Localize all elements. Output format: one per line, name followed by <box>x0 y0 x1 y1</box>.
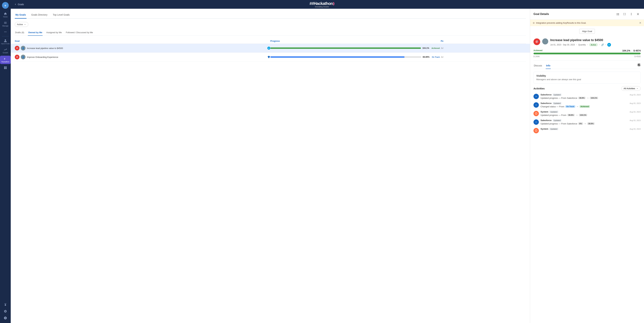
status-label: Achieved <box>430 47 441 50</box>
collapse-toggle[interactable] <box>637 63 641 69</box>
sidebar-item-settings[interactable] <box>3 308 8 314</box>
tab-my-goals[interactable]: My Goals <box>15 12 26 18</box>
svg-text:SF: SF <box>536 122 537 122</box>
activity-badge: Updated <box>549 128 558 130</box>
divider <box>534 60 641 60</box>
sidebar-item-manage[interactable]: Manage <box>0 20 11 28</box>
expand-button[interactable] <box>622 12 627 17</box>
activities-filter-dropdown[interactable]: All Activities <box>621 86 641 91</box>
filter-row: Active <box>15 22 526 27</box>
sidebar-item-download[interactable] <box>3 302 8 308</box>
details-actions <box>615 12 641 17</box>
align-goal-button[interactable]: Align Goal <box>579 29 595 34</box>
progress-start: $ 2696 <box>534 55 540 58</box>
sidebar: e Home Manage Talent Profile Growth # Ha… <box>0 0 11 323</box>
goal-cell: 🎯 👤 Increase lead pipeline value to $450… <box>15 46 270 50</box>
activity-content: Salesforce Updated Aug 03, 2023 Changed … <box>540 102 641 108</box>
goals-panel: My Goals Goals Directory Top Level Goals… <box>11 9 530 323</box>
activity-badge: Updated <box>549 111 558 113</box>
goal-name: Increase lead pipeline value to $4500 <box>27 47 266 50</box>
system-activity-icon <box>534 128 539 133</box>
back-link[interactable]: Goals <box>14 3 24 6</box>
header-progress: Progress <box>270 40 441 42</box>
status-dropdown[interactable]: Active <box>15 22 28 27</box>
goal-row[interactable]: 🎯 👤 Increase lead pipeline value to $450… <box>11 44 530 53</box>
subtab-drafts[interactable]: Drafts (8) <box>15 30 24 36</box>
activity-top: System Updated Aug 03, 2023 <box>540 110 641 113</box>
salesforce-activity-icon: SF <box>534 102 539 108</box>
activity-item: SF Salesforce Updated Aug 03, 2023 Updat… <box>534 94 641 99</box>
sidebar-divider <box>2 36 9 36</box>
more-options-button[interactable] <box>628 12 634 17</box>
sidebar-item-growth[interactable]: Growth <box>0 46 11 55</box>
progress-bar <box>270 56 404 58</box>
from-chip: 0% <box>578 122 583 125</box>
sidebar-item-label: Talent Profile <box>1 43 10 44</box>
svg-text:SF: SF <box>536 96 537 97</box>
svg-text:SF: SF <box>536 104 537 106</box>
header-period: Pe <box>441 40 526 42</box>
link-icon[interactable]: 🔗 <box>601 44 604 46</box>
svg-text:SF: SF <box>268 48 270 49</box>
sidebar-item-grid[interactable] <box>0 65 11 71</box>
progress-pct: 104.1% <box>422 47 429 49</box>
sidebar-item-more[interactable] <box>0 29 11 35</box>
activity-source: Salesforce <box>540 94 552 96</box>
goal-info-content: Increase lead pipeline value to $4500 Ju… <box>550 38 641 46</box>
activity-badge: Updated <box>552 94 562 96</box>
subtab-followed[interactable]: Followed / Discussed by Me <box>66 30 93 36</box>
goals-table: Goal Progress Pe 🎯 👤 Increase lead pipel… <box>15 38 526 62</box>
activity-date: Aug 03, 2023 <box>630 102 641 104</box>
warning-close-button[interactable]: ✕ <box>639 21 641 24</box>
tab-top-level-goals[interactable]: Top Level Goals <box>52 12 70 18</box>
activities-filter-label: All Activities <box>624 87 635 90</box>
progress-bar-wrap <box>270 56 421 58</box>
svg-text:#: # <box>4 58 5 60</box>
activity-content: Salesforce Updated Aug 03, 2023 Updated … <box>540 94 641 99</box>
info-tabs: Discuss Info <box>534 63 641 69</box>
progress-end: $ 4500 <box>634 55 641 58</box>
activity-top: Salesforce Updated Aug 03, 2023 <box>540 94 641 96</box>
activity-desc: Updated progress — From Salesforce 38.8%… <box>540 96 641 99</box>
progress-bar-wrap <box>270 48 421 49</box>
close-button[interactable] <box>635 12 641 17</box>
activity-date: Aug 03, 2023 <box>630 94 641 96</box>
from-chip: 38.8% <box>567 114 574 116</box>
activities-section: Activities All Activities SF <box>534 86 641 133</box>
progress-section: Achieved 104.1% | $ 4574 $ 2696 $ 4500 <box>534 49 641 58</box>
progress-pct-label: 104.1% <box>622 49 630 52</box>
goal-status-badge: Active <box>589 44 598 46</box>
warning-banner: ⊙ Integration prevents adding KeyResults… <box>530 20 644 26</box>
subtab-assigned[interactable]: Assigned by Me <box>46 30 62 36</box>
tab-goals-directory[interactable]: Goals Directory <box>30 12 48 18</box>
main-tabs: My Goals Goals Directory Top Level Goals <box>15 12 526 18</box>
activity-item: System Updated Aug 03, 2023 <box>534 128 641 133</box>
hackathon-title: #Hackathon <box>312 1 333 6</box>
visibility-text: Managers and above can always see this g… <box>536 78 638 81</box>
content-area: My Goals Goals Directory Top Level Goals… <box>11 9 644 323</box>
sidebar-item-home[interactable]: Home <box>0 11 11 19</box>
progress-labels: Achieved 104.1% | $ 4574 <box>534 49 641 52</box>
goal-row[interactable]: 🎯 👤 Improve Onboarding Experience 88.89%… <box>15 53 526 62</box>
subtab-owned[interactable]: Owned by Me <box>28 30 42 36</box>
to-chip: Achieved <box>580 105 590 108</box>
goal-big-title: Increase lead pipeline value to $4500 <box>550 38 641 42</box>
sidebar-item-hackathon[interactable]: # Hackathon <box>0 56 11 64</box>
hackathon-sub: Innovating Smarter <box>310 6 334 8</box>
sidebar-item-feedback[interactable] <box>3 315 8 321</box>
sidebar-item-talent[interactable]: Talent Profile <box>0 38 11 46</box>
activity-desc: Updated progress — From 38.8% → 104.1% <box>540 114 641 116</box>
app-logo[interactable]: e <box>2 2 9 9</box>
goal-info-row: 🎯 Increase lead pipeline value to $4500 … <box>534 38 641 46</box>
from-chip: 38.8% <box>578 97 586 99</box>
activity-item: SF Salesforce Updated Aug 03, 2023 Chang… <box>534 102 641 108</box>
sidebar-item-label: Growth <box>3 52 8 54</box>
goal-date-range: Jul 01, 2023 · Sep 30, 2023 <box>550 44 575 46</box>
sub-tabs: Drafts (8) Owned by Me Assigned by Me Fo… <box>15 30 526 36</box>
main-container: Goals ##Hackathon⟫ Innovating Smarter My… <box>11 0 644 323</box>
period-cell: Jul <box>441 47 526 49</box>
goal-meta: Jul 01, 2023 · Sep 30, 2023 • Quantity •… <box>550 43 641 46</box>
tab-info[interactable]: Info <box>546 63 551 69</box>
tab-discuss[interactable]: Discuss <box>534 63 542 69</box>
split-view-button[interactable] <box>615 12 620 17</box>
